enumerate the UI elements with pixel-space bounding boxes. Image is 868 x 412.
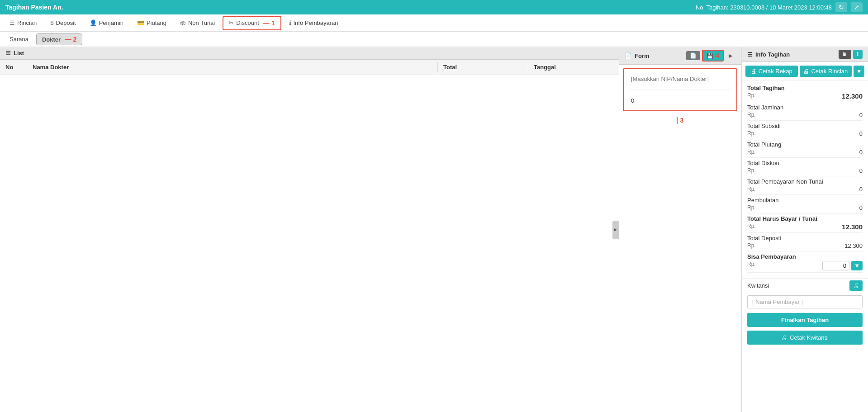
- printer-rekap-icon: 🖨: [751, 68, 757, 75]
- total-deposit-value: 12.300: [844, 242, 863, 249]
- total-jaminan-currency: Rp.: [747, 112, 756, 118]
- tab-bar: ☰ Rincian $ Deposit 👤 Penjamin 💳 Piutang…: [0, 14, 868, 32]
- form-doc-button[interactable]: 📄: [686, 51, 700, 60]
- nama-pembayar-placeholder: [ Nama Pembayar ]: [752, 298, 803, 305]
- total-tagihan-label: Total Tagihan: [747, 85, 785, 91]
- total-deposit-value-row: Rp. 12.300: [747, 242, 863, 249]
- discount-icon: ✂: [229, 19, 234, 26]
- info-tagihan-icon: ☰: [747, 51, 753, 58]
- total-non-tunai-value-row: Rp. 0: [747, 186, 863, 193]
- table-body: [0, 75, 619, 412]
- header: Tagihan Pasien An. No. Tagihan: 230310.0…: [0, 0, 868, 14]
- total-tagihan-value-row: Rp. 12.300: [747, 92, 863, 100]
- form-panel: 📄 Form 📄 💾 4 ► 0 3: [619, 47, 741, 412]
- total-jaminan-row: Total Jaminan: [747, 104, 863, 111]
- left-panel: ☰ List No Nama Dokter Total Tanggal ►: [0, 47, 619, 412]
- total-tagihan-row: Total Tagihan: [747, 85, 863, 91]
- pembulatan-value: 0: [859, 204, 863, 211]
- kwitansi-row: Kwitansi 🖨: [742, 278, 868, 293]
- total-jaminan-label: Total Jaminan: [747, 104, 783, 111]
- sub-tab-sarana-label: Sarana: [9, 36, 28, 43]
- sisa-pembayaran-label: Sisa Pembayaran: [747, 253, 796, 260]
- total-subsidi-value-row: Rp. 0: [747, 130, 863, 137]
- cetak-kwitansi-label: Cetak Kwitansi: [790, 334, 829, 341]
- form-save-button[interactable]: 💾 4: [702, 50, 724, 62]
- tab-discount[interactable]: ✂ Discount — 1: [223, 16, 281, 30]
- annotation-1: — 1: [263, 19, 275, 27]
- total-deposit-currency: Rp.: [747, 242, 756, 249]
- total-piutang-currency: Rp.: [747, 149, 756, 155]
- form-value: 0: [628, 95, 732, 106]
- sub-tab-dokter[interactable]: Dokter — 2: [36, 33, 83, 45]
- header-right: No. Tagihan: 230310.0003 / 10 Maret 2023…: [696, 2, 863, 12]
- total-diskon-label: Total Diskon: [747, 160, 779, 166]
- total-diskon-value: 0: [859, 167, 863, 174]
- rincian-icon: ☰: [9, 19, 15, 26]
- sisa-pembayaran-value-row: Rp. ▼: [747, 261, 863, 270]
- total-non-tunai-label: Total Pembayaran Non Tunai: [747, 178, 823, 185]
- cetak-rincian-button[interactable]: 🖨 Cetak Rincian: [800, 66, 852, 77]
- tab-non-tunai[interactable]: 🏟 Non Tunai: [174, 16, 221, 29]
- print-dropdown-button[interactable]: ▼: [854, 66, 864, 77]
- pembulatan-row: Pembulatan: [747, 197, 863, 204]
- total-harus-bayar-value: 12.300: [842, 223, 863, 231]
- tab-info-pembayaran-label: Info Pembayaran: [294, 19, 338, 26]
- list-header: ☰ List: [0, 47, 619, 60]
- col-no: No: [0, 62, 27, 72]
- list-icon: ☰: [5, 50, 11, 57]
- main-content: ☰ List No Nama Dokter Total Tanggal ► 📄 …: [0, 47, 868, 412]
- col-nama-dokter: Nama Dokter: [27, 62, 438, 72]
- tab-discount-label: Discount: [236, 19, 259, 26]
- info-section: Total Tagihan Rp. 12.300 Total Jaminan R…: [742, 81, 868, 278]
- finalkan-tagihan-button[interactable]: Finalkan Tagihan: [747, 313, 863, 327]
- form-header-btns: 📄 💾 4 ►: [686, 50, 735, 62]
- col-total: Total: [438, 62, 528, 72]
- cetak-rekap-label: Cetak Rekap: [759, 68, 792, 75]
- tab-penjamin[interactable]: 👤 Penjamin: [84, 16, 129, 29]
- total-harus-bayar-row: Total Harus Bayar / Tunai: [747, 215, 863, 222]
- info-button[interactable]: ℹ: [853, 50, 863, 59]
- total-deposit-label: Total Deposit: [747, 235, 781, 242]
- sisa-value-container: ▼: [822, 261, 863, 270]
- cetak-rekap-button[interactable]: 🖨 Cetak Rekap: [745, 66, 798, 77]
- tab-piutang[interactable]: 💳 Piutang: [131, 16, 172, 29]
- pembulatan-label: Pembulatan: [747, 197, 778, 204]
- annotation-3-label: 3: [677, 117, 684, 124]
- total-harus-bayar-label: Total Harus Bayar / Tunai: [747, 215, 817, 222]
- total-non-tunai-value: 0: [859, 186, 863, 193]
- deposit-icon: $: [50, 19, 53, 26]
- total-subsidi-value: 0: [859, 130, 863, 137]
- tab-rincian[interactable]: ☰ Rincian: [4, 16, 43, 29]
- info-tagihan-title: Info Tagihan: [755, 51, 790, 58]
- total-piutang-value-row: Rp. 0: [747, 149, 863, 156]
- total-diskon-value-row: Rp. 0: [747, 167, 863, 174]
- total-diskon-row: Total Diskon: [747, 160, 863, 166]
- pembulatan-currency: Rp.: [747, 204, 756, 211]
- tab-deposit[interactable]: $ Deposit: [44, 16, 81, 29]
- table-header: No Nama Dokter Total Tanggal: [0, 60, 619, 75]
- sisa-dropdown-button[interactable]: ▼: [851, 261, 863, 270]
- form-header: 📄 Form 📄 💾 4 ►: [619, 47, 741, 65]
- annotation-4: 4: [716, 52, 719, 59]
- total-harus-bayar-value-row: Rp. 12.300: [747, 223, 863, 231]
- sisa-pembayaran-input[interactable]: [822, 261, 849, 270]
- expand-button[interactable]: ⤢: [851, 2, 863, 12]
- nama-pembayar-field[interactable]: [ Nama Pembayar ]: [747, 295, 863, 308]
- total-piutang-label: Total Piutang: [747, 141, 781, 148]
- total-piutang-value: 0: [859, 149, 863, 156]
- calc-button[interactable]: 🖩: [839, 50, 851, 59]
- cetak-kwitansi-button[interactable]: 🖨 Cetak Kwitansi: [747, 331, 863, 345]
- refresh-button[interactable]: ↻: [835, 2, 847, 12]
- printer-kwitansi-icon: 🖨: [781, 334, 787, 341]
- form-expand-button[interactable]: ►: [726, 51, 735, 60]
- tab-info-pembayaran[interactable]: ℹ Info Pembayaran: [283, 16, 344, 29]
- form-icon: 📄: [625, 52, 632, 59]
- info-pembayaran-icon: ℹ: [289, 19, 291, 26]
- collapse-panel-button[interactable]: ►: [612, 221, 619, 239]
- kwitansi-print-button[interactable]: 🖨: [849, 280, 863, 291]
- tab-deposit-label: Deposit: [56, 19, 76, 26]
- sub-tab-dokter-label: Dokter: [42, 36, 61, 43]
- kwitansi-label: Kwitansi: [747, 282, 769, 289]
- nip-nama-dokter-input[interactable]: [628, 74, 732, 84]
- sub-tab-sarana[interactable]: Sarana: [4, 33, 34, 45]
